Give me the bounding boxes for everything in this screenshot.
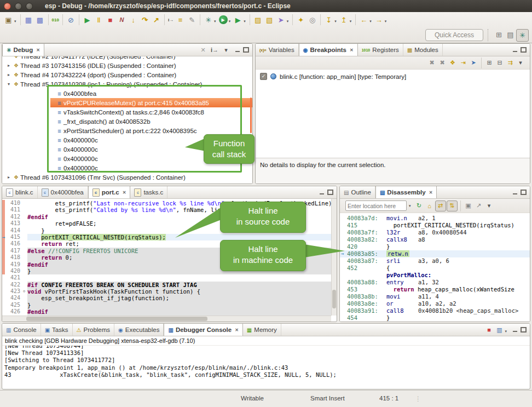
view-menu-icon[interactable]: ▾ xyxy=(221,45,231,55)
sync-context-icon[interactable]: ⇄ xyxy=(435,200,446,211)
expand-arrow-icon[interactable]: ▸ xyxy=(5,63,12,68)
maximize-view-button[interactable] xyxy=(519,188,528,196)
code-line-411[interactable]: 411 ets_printf("Called by %s line %d\n",… xyxy=(2,207,331,213)
forward-icon[interactable]: → xyxy=(373,14,385,26)
disassembly-line[interactable]: 40083a7f:l32ra8, 0x40080544 xyxy=(340,229,530,236)
line-number[interactable]: 413 xyxy=(5,220,23,227)
forward-dropdown-icon[interactable]: ▾ xyxy=(385,19,387,24)
open-element-icon[interactable]: ◎ xyxy=(307,14,318,26)
stack-frame-row[interactable]: ≡xPortStartScheduler() at port.c:222 0x4… xyxy=(2,126,252,135)
line-number[interactable]: 411 xyxy=(5,207,23,213)
code-line-412[interactable]: 412#endif xyxy=(2,214,331,220)
minimize-view-button[interactable] xyxy=(317,188,326,196)
tab-disassembly[interactable]: ▤Disassembly✕ xyxy=(375,186,437,198)
disassembly-line[interactable]: 40083a8b:movia11, 4 xyxy=(340,293,530,300)
tab-console[interactable]: ▥Console xyxy=(2,324,41,336)
editor-vertical-scrollbar[interactable] xyxy=(331,199,337,316)
disassembly-line[interactable]: 40083a91:call80x40081b20 <heap_caps_mall… xyxy=(340,307,530,314)
location-dropdown-icon[interactable]: ▾ xyxy=(409,204,411,208)
tab-debug[interactable]: ✳Debug✕ xyxy=(2,44,44,56)
line-number[interactable]: 410 xyxy=(5,200,23,207)
tab-breakpoints[interactable]: ◉Breakpoints✕ xyxy=(299,44,358,56)
profile-dropdown-icon[interactable]: ▾ xyxy=(244,19,246,24)
line-number[interactable]: 416 xyxy=(5,240,23,247)
minimize-view-button[interactable] xyxy=(511,188,519,196)
resume-icon[interactable]: ▶ xyxy=(82,14,93,26)
code-line-413[interactable]: 413 ret=pdFALSE; xyxy=(2,220,331,227)
close-tab-icon[interactable]: ✕ xyxy=(235,328,239,333)
breakpoint-checkbox[interactable]: ✓ xyxy=(260,73,267,80)
display-console-icon[interactable]: ▥ xyxy=(494,325,504,335)
disassembly-line[interactable]: 454} xyxy=(340,314,530,322)
window-maximize-button[interactable] xyxy=(26,3,33,10)
tab-0x4000bfea[interactable]: c0x4000bfea xyxy=(38,186,88,198)
maximize-view-button[interactable] xyxy=(519,326,528,334)
stack-frame-row[interactable]: ≡0x4000000c xyxy=(2,135,252,145)
suspend-icon[interactable]: Ⅱ xyxy=(93,14,105,26)
stack-frame-row[interactable]: ≡0x4000000c xyxy=(2,145,252,154)
new-wizard-icon[interactable]: ▣ xyxy=(3,14,14,26)
tab-tasks-c[interactable]: ctasks.c xyxy=(130,186,167,198)
close-tab-icon[interactable]: ✕ xyxy=(429,190,433,195)
tab-outline[interactable]: ▤Outline xyxy=(340,186,375,198)
minimize-view-button[interactable] xyxy=(511,46,519,54)
new-wizard-dropdown-icon[interactable]: ▾ xyxy=(14,19,16,24)
disassembly-line[interactable]: 40083a87:srlia3, a0, 6 xyxy=(340,257,530,265)
debug-icon[interactable]: ✳ xyxy=(203,14,214,26)
open-folder-icon[interactable]: ▧ xyxy=(264,14,275,26)
external-tools-dropdown-icon[interactable]: ▾ xyxy=(287,19,289,24)
code-line-425[interactable]: 425} xyxy=(2,302,331,308)
tab-registers[interactable]: 1010Registers xyxy=(358,44,403,56)
breakpoint-row[interactable]: ✓ blink.c [function: app_main] [type: Te… xyxy=(256,73,530,80)
save-all-icon[interactable]: ▩ xyxy=(34,14,46,26)
remove-breakpoint-icon[interactable]: ✖ xyxy=(427,58,437,68)
home-icon[interactable]: ⌂ xyxy=(425,201,435,211)
show-breakpoints-supported-icon[interactable]: ⇥ xyxy=(458,58,468,68)
line-number[interactable]: 415 xyxy=(5,234,23,240)
line-number[interactable]: 419 xyxy=(5,261,23,268)
open-new-view-icon[interactable]: ↗ xyxy=(474,201,484,211)
display-console-dropdown-icon[interactable]: ▾ xyxy=(505,329,507,334)
quick-access-button[interactable]: Quick Access xyxy=(425,29,483,41)
disassembly-line[interactable]: 40083a82:callx8a8 xyxy=(340,236,530,243)
code-line-422[interactable]: 422#if CONFIG_FREERTOS_BREAK_ON_SCHEDULE… xyxy=(2,282,331,288)
line-number[interactable]: 412 xyxy=(5,214,23,220)
expand-arrow-icon[interactable]: ▸ xyxy=(5,175,12,180)
disassembly-line[interactable]: 420} xyxy=(340,243,530,250)
fold-marker[interactable]: ⊖ xyxy=(23,288,27,295)
line-number[interactable]: 425 xyxy=(5,302,23,308)
code-line-421[interactable]: 421 xyxy=(2,274,331,281)
debug-thread-row[interactable]: ▸❖Thread #4 1073432224 (dport) (Suspende… xyxy=(2,70,252,79)
debug-thread-row[interactable]: ▸❖Thread #6 1073431096 (Tmr Svc) (Suspen… xyxy=(2,173,252,182)
code-line-423[interactable]: 423⊖void vPortFirstTaskHook(TaskFunction… xyxy=(2,288,331,295)
collapse-all-icon[interactable]: ⊟ xyxy=(495,58,505,68)
open-perspective-icon[interactable]: ⊞ xyxy=(493,29,505,41)
instruction-stepping-icon[interactable]: i→ xyxy=(167,14,175,26)
tab-modules[interactable]: ▩Modules xyxy=(403,44,443,56)
step-filters-icon[interactable]: ≡ xyxy=(175,14,186,26)
tab-executables[interactable]: ◉Executables xyxy=(114,324,164,336)
expand-arrow-icon[interactable]: ▾ xyxy=(5,82,12,87)
expand-all-icon[interactable]: ⊞ xyxy=(484,58,494,68)
line-number[interactable]: 426 xyxy=(5,308,23,315)
maximize-view-button[interactable] xyxy=(242,46,250,54)
code-line-410[interactable]: 410 ets_printf("Last non-recursive lock … xyxy=(2,200,331,207)
track-expression-icon[interactable]: ⇅ xyxy=(447,200,458,211)
window-minimize-button[interactable] xyxy=(15,3,22,10)
disassembly-line[interactable]: 415 portEXIT_CRITICAL_NESTED(irqStatus) xyxy=(340,222,530,229)
close-tab-icon[interactable]: ✕ xyxy=(123,190,126,195)
window-close-button[interactable] xyxy=(4,3,11,10)
external-tools-icon[interactable]: ➤ xyxy=(275,14,287,26)
tab-variables[interactable]: (x)=Variables xyxy=(256,44,299,56)
disassembly-line[interactable]: →40083a85:retw.n xyxy=(340,250,530,257)
next-annotation-icon[interactable]: ↥ xyxy=(338,14,350,26)
stack-frame-row[interactable]: ≡0x4000000c xyxy=(2,154,252,163)
line-number[interactable]: 414 xyxy=(5,227,23,234)
step-return-icon[interactable]: ↗ xyxy=(151,14,162,26)
code-line-417[interactable]: 417#else //!CONFIG_FREERTOS_UNICORE xyxy=(2,248,331,254)
breakpoint-types-icon[interactable]: ❖ xyxy=(448,58,458,68)
code-area[interactable]: 410 ets_printf("Last non-recursive lock … xyxy=(2,200,331,316)
edit-step-filters-icon[interactable]: ✎ xyxy=(186,14,198,26)
binary-icon[interactable]: 010 xyxy=(51,14,60,26)
debug-dropdown-icon[interactable]: ▾ xyxy=(214,19,216,24)
